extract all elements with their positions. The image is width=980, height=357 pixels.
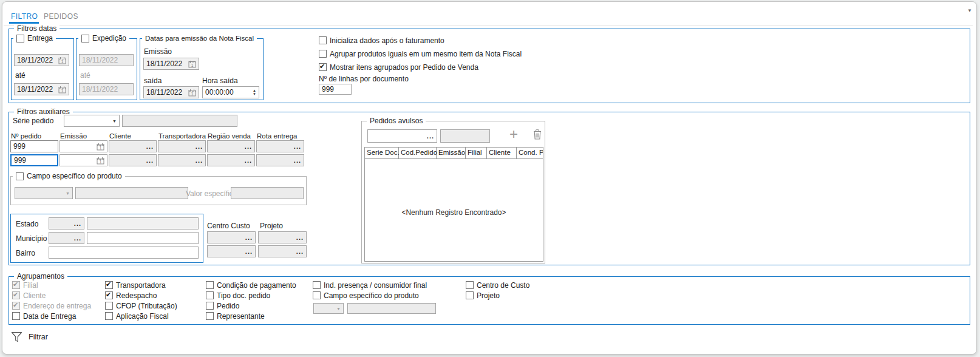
agrupamento-cliente-checkbox[interactable]: Cliente xyxy=(12,291,46,300)
transportadora-from-lookup[interactable]: ... xyxy=(158,140,206,152)
pedido-avulso-description-field xyxy=(440,129,490,143)
linhas-por-documento-label: Nº de linhas por documento xyxy=(319,75,409,83)
emissao-to-date-field[interactable]: 1 xyxy=(60,154,107,166)
empty-table-message: <Nenhum Registro Encontrado> xyxy=(365,208,543,217)
calendar-icon[interactable]: 1 xyxy=(188,60,196,68)
group-entrega: Entrega 18/11/2022 1 até 18/11/2022 1 xyxy=(11,38,74,100)
agrupamento-aplicacao-fiscal-checkbox[interactable]: Aplicação Fiscal xyxy=(105,311,169,321)
filtrar-button[interactable]: Filtrar xyxy=(10,329,48,345)
rota-entrega-to-lookup[interactable]: ... xyxy=(256,154,304,166)
add-pedido-avulso-button[interactable]: + xyxy=(509,128,518,140)
regiao-venda-to-lookup[interactable]: ... xyxy=(207,154,255,166)
agrupamento-pedido-checkbox[interactable]: Pedido xyxy=(206,301,239,310)
checkbox-icon xyxy=(313,291,321,299)
agrupamento-tipo-doc-checkbox[interactable]: Tipo doc. pedido xyxy=(206,291,270,300)
serie-pedido-combobox[interactable]: ▼ xyxy=(64,115,120,127)
campo-especifico-checkbox[interactable]: Campo específico do produto xyxy=(13,172,125,181)
agrupamento-ind-presenca-checkbox[interactable]: Ind. presença / consumidor final xyxy=(313,280,427,290)
th-cod-pedido[interactable]: Cod.Pedido xyxy=(399,148,437,159)
expedicao-checkbox[interactable]: Expedição xyxy=(78,34,129,43)
agrupamento-cfop-checkbox[interactable]: CFOP (Tributação) xyxy=(105,301,177,310)
linhas-por-documento-input[interactable]: 999 xyxy=(319,84,352,95)
ellipsis-icon[interactable]: ... xyxy=(146,144,154,148)
calendar-icon[interactable]: 1 xyxy=(97,157,104,165)
num-pedido-to-input[interactable]: 999 xyxy=(10,154,58,166)
delete-pedido-avulso-button[interactable] xyxy=(533,129,542,143)
th-serie-doc[interactable]: Serie Doc. xyxy=(365,148,399,159)
agrupamento-redespacho-checkbox[interactable]: Redespacho xyxy=(105,291,157,300)
pedido-avulso-lookup[interactable]: ... xyxy=(367,129,437,143)
ellipsis-icon[interactable]: ... xyxy=(294,144,301,148)
valor-especifico-label: Valor específico xyxy=(186,189,237,198)
ellipsis-icon[interactable]: ... xyxy=(427,134,434,138)
ellipsis-icon[interactable]: ... xyxy=(74,236,81,240)
calendar-icon[interactable]: 1 xyxy=(188,89,196,97)
campo-especifico-combobox: ▼ xyxy=(15,187,73,199)
agrupamento-filial-checkbox[interactable]: Filial xyxy=(12,280,38,290)
municipio-lookup[interactable]: ... xyxy=(49,232,84,244)
tab-filtro[interactable]: FILTRO xyxy=(11,12,38,21)
checkbox-icon xyxy=(466,291,474,299)
projeto-lookup-1[interactable]: ... xyxy=(258,231,307,243)
ellipsis-icon[interactable]: ... xyxy=(294,158,301,162)
ellipsis-icon[interactable]: ... xyxy=(196,158,203,162)
calendar-icon[interactable]: 1 xyxy=(58,56,66,64)
time-spinner[interactable]: ▲▼ xyxy=(253,89,256,96)
ellipsis-icon[interactable]: ... xyxy=(74,222,81,225)
th-filial[interactable]: Filial xyxy=(466,148,487,159)
th-cliente[interactable]: Cliente xyxy=(487,148,517,159)
inicializa-dados-checkbox[interactable]: Inicializa dados após o faturamento xyxy=(319,36,444,45)
entrega-ate-label: até xyxy=(15,71,26,80)
campo-especifico-field xyxy=(75,187,188,199)
municipio-description-field[interactable] xyxy=(87,232,199,244)
cliente-from-lookup[interactable]: ... xyxy=(109,140,157,152)
projeto-lookup-2[interactable]: ... xyxy=(258,245,307,257)
col-header-cliente: Cliente xyxy=(109,132,131,140)
entrega-date-to-field[interactable]: 18/11/2022 1 xyxy=(14,83,69,95)
pedidos-avulsos-table[interactable]: Serie Doc. Cod.Pedido Emissão Filial Cli… xyxy=(364,147,543,262)
entrega-date-from-field[interactable]: 18/11/2022 1 xyxy=(14,54,69,66)
tab-overflow-chevron-down-icon[interactable]: ▼ xyxy=(967,8,972,13)
calendar-icon[interactable]: 1 xyxy=(58,86,66,93)
num-pedido-from-input[interactable]: 999 xyxy=(10,140,58,152)
agrupamento-centro-custo-checkbox[interactable]: Centro de Custo xyxy=(466,280,529,290)
emissao-date-field[interactable]: 18/11/2022 1 xyxy=(143,58,199,70)
centro-custo-lookup-2[interactable]: ... xyxy=(207,245,256,257)
th-emissao[interactable]: Emissão xyxy=(437,148,466,159)
hora-saida-field[interactable]: 00:00:00 ▲▼ xyxy=(202,86,259,98)
ellipsis-icon[interactable]: ... xyxy=(196,144,203,148)
ellipsis-icon[interactable]: ... xyxy=(245,250,253,253)
ellipsis-icon[interactable]: ... xyxy=(245,236,253,239)
transportadora-to-lookup[interactable]: ... xyxy=(158,154,206,166)
checkbox-icon xyxy=(206,281,214,289)
ellipsis-icon[interactable]: ... xyxy=(245,158,252,162)
centro-custo-lookup-1[interactable]: ... xyxy=(207,231,256,243)
agrupamento-projeto-checkbox[interactable]: Projeto xyxy=(466,291,500,300)
estado-lookup[interactable]: ... xyxy=(49,217,84,229)
saida-date-field[interactable]: 18/11/2022 1 xyxy=(143,86,199,98)
chevron-down-icon: ▼ xyxy=(66,191,70,195)
agrupamento-endereco-entrega-checkbox[interactable]: Endereço de entrega xyxy=(12,301,91,310)
agrupar-produtos-checkbox[interactable]: Agrupar produtos iguais em um mesmo item… xyxy=(319,49,522,58)
ellipsis-icon[interactable]: ... xyxy=(296,236,304,239)
table-header-row: Serie Doc. Cod.Pedido Emissão Filial Cli… xyxy=(365,148,543,159)
agrupamento-campo-especifico-checkbox[interactable]: Campo específico do produto xyxy=(313,291,419,300)
svg-text:1: 1 xyxy=(191,92,194,96)
calendar-icon[interactable]: 1 xyxy=(97,143,104,151)
agrupamento-condicao-pagamento-checkbox[interactable]: Condição de pagamento xyxy=(206,280,296,290)
regiao-venda-from-lookup[interactable]: ... xyxy=(207,140,255,152)
agrupamento-representante-checkbox[interactable]: Representante xyxy=(206,311,265,321)
agrupamento-transportadora-checkbox[interactable]: Transportadora xyxy=(105,280,166,290)
ellipsis-icon[interactable]: ... xyxy=(146,158,154,162)
th-cond-pagto[interactable]: Cond. Pagto xyxy=(517,148,543,159)
tab-pedidos[interactable]: PEDIDOS xyxy=(44,12,78,21)
cliente-to-lookup[interactable]: ... xyxy=(109,154,157,166)
bairro-input[interactable] xyxy=(49,246,199,259)
emissao-from-date-field[interactable]: 1 xyxy=(60,140,107,152)
mostrar-itens-checkbox[interactable]: Mostrar itens agrupados por Pedido de Ve… xyxy=(319,63,478,72)
rota-entrega-from-lookup[interactable]: ... xyxy=(256,140,304,152)
ellipsis-icon[interactable]: ... xyxy=(245,144,252,148)
ellipsis-icon[interactable]: ... xyxy=(296,250,304,253)
agrupamento-data-entrega-checkbox[interactable]: Data de Entrega xyxy=(12,311,76,321)
entrega-checkbox[interactable]: Entrega xyxy=(13,34,56,43)
